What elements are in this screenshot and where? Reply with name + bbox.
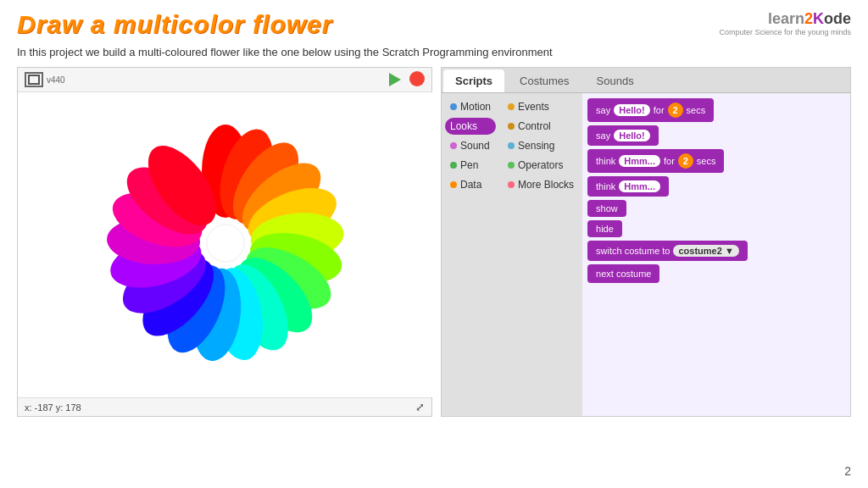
- scratch-stage: v440: [17, 67, 432, 417]
- secs-label2: secs: [697, 156, 716, 166]
- block-say-secs[interactable]: say Hello! for 2 secs: [587, 98, 714, 122]
- say-label2: say: [596, 130, 610, 141]
- operators-dot: [508, 162, 515, 169]
- cat-control[interactable]: Control: [503, 118, 579, 135]
- cat-sound-label: Sound: [460, 140, 490, 152]
- cat-motion-label: Motion: [460, 101, 491, 113]
- panel-body: Motion Looks Sound Pen Data: [442, 93, 850, 416]
- page-number: 2: [844, 464, 851, 478]
- logo-2: 2: [804, 10, 813, 27]
- for-label2: for: [664, 156, 675, 166]
- logo-text: learn2Kode: [719, 10, 851, 28]
- cat-events-label: Events: [518, 101, 549, 113]
- costume2-pill: costume2 ▼: [673, 245, 738, 257]
- toolbar-right: [386, 71, 425, 88]
- cat-sensing-label: Sensing: [518, 140, 554, 152]
- block-next-costume[interactable]: next costume: [587, 264, 659, 283]
- blocks-area: say Hello! for 2 secs say Hello! think H…: [582, 93, 850, 416]
- categories-left: Motion Looks Sound Pen Data: [442, 93, 499, 416]
- motion-dot: [450, 103, 457, 110]
- toolbar-left: v440: [25, 72, 65, 87]
- logo: learn2Kode Computer Science for the youn…: [719, 10, 851, 36]
- cat-operators-label: Operators: [518, 159, 563, 171]
- svg-marker-1: [389, 73, 401, 86]
- cat-events[interactable]: Events: [503, 98, 579, 115]
- num-2-pill2: 2: [678, 153, 693, 169]
- version-label: v440: [47, 75, 65, 85]
- hmm-pill2: Hmm...: [619, 180, 660, 192]
- sensing-dot: [508, 142, 515, 149]
- block-say[interactable]: say Hello!: [587, 125, 659, 146]
- flower-svg: [90, 108, 361, 379]
- logo-ode: ode: [824, 10, 851, 27]
- green-flag-button[interactable]: [386, 71, 404, 88]
- switch-label: switch costume to: [596, 246, 670, 256]
- cat-sensing[interactable]: Sensing: [503, 137, 579, 154]
- say-hello-pill2: Hello!: [614, 130, 650, 141]
- stop-button[interactable]: [409, 71, 425, 86]
- scratch-panel: Scripts Costumes Sounds Motion Looks Sou…: [441, 67, 851, 417]
- block-switch-costume[interactable]: switch costume to costume2 ▼: [587, 241, 748, 261]
- cat-looks-label: Looks: [450, 120, 477, 132]
- events-dot: [508, 103, 515, 110]
- stage-toolbar: v440: [18, 68, 431, 92]
- block-show[interactable]: show: [587, 200, 626, 217]
- tab-costumes[interactable]: Costumes: [508, 69, 581, 92]
- logo-learn: learn: [768, 10, 804, 27]
- svg-rect-0: [29, 75, 39, 84]
- block-think[interactable]: think Hmm...: [587, 176, 669, 197]
- tab-sounds[interactable]: Sounds: [585, 69, 646, 92]
- cat-motion[interactable]: Motion: [445, 98, 496, 115]
- stage-canvas: [18, 92, 433, 397]
- stage-resize: ⤢: [415, 401, 425, 413]
- svg-point-22: [207, 225, 244, 262]
- cat-pen[interactable]: Pen: [445, 157, 496, 174]
- cat-data[interactable]: Data: [445, 176, 496, 193]
- pen-dot: [450, 162, 457, 169]
- control-dot: [508, 123, 515, 130]
- logo-subtitle: Computer Science for the young minds: [719, 28, 851, 36]
- hide-label: hide: [596, 224, 614, 234]
- think-label: think: [596, 156, 615, 166]
- for-label: for: [654, 105, 665, 115]
- cat-operators[interactable]: Operators: [503, 157, 579, 174]
- num-2-pill: 2: [668, 103, 683, 118]
- cat-more-blocks-label: More Blocks: [518, 179, 574, 191]
- cat-pen-label: Pen: [460, 159, 478, 171]
- logo-kode-k: K: [813, 10, 824, 27]
- panel-tabs: Scripts Costumes Sounds: [442, 68, 850, 93]
- block-hide[interactable]: hide: [587, 220, 622, 237]
- cat-more-blocks[interactable]: More Blocks: [503, 176, 579, 193]
- hmm-pill: Hmm...: [619, 155, 660, 167]
- say-label: say: [596, 105, 610, 115]
- think-label2: think: [596, 181, 615, 191]
- stage-coords: x: -187 y: 178: [25, 402, 81, 413]
- say-hello-pill: Hello!: [614, 104, 650, 116]
- tab-scripts[interactable]: Scripts: [443, 69, 504, 92]
- cat-sound[interactable]: Sound: [445, 137, 496, 154]
- stage-status: x: -187 y: 178 ⤢: [18, 397, 431, 416]
- fullscreen-icon: [28, 75, 40, 85]
- flower-container: [90, 108, 361, 382]
- block-think-secs[interactable]: think Hmm... for 2 secs: [587, 149, 724, 173]
- sound-dot: [450, 142, 457, 149]
- categories-right: Events Control Sensing Operators More Bl…: [499, 93, 582, 416]
- header: Draw a multicolor flower learn2Kode Comp…: [0, 0, 868, 39]
- page-title: Draw a multicolor flower: [17, 10, 332, 39]
- main-content: v440: [0, 67, 868, 417]
- subtitle-text: In this project we build a multi-coloure…: [0, 39, 868, 67]
- secs-label: secs: [687, 105, 706, 115]
- data-dot: [450, 181, 457, 188]
- fullscreen-button[interactable]: [25, 72, 43, 87]
- next-costume-label: next costume: [596, 269, 651, 279]
- more-blocks-dot: [508, 181, 515, 188]
- cat-data-label: Data: [460, 179, 481, 191]
- cat-looks[interactable]: Looks: [445, 118, 496, 135]
- show-label: show: [596, 203, 618, 214]
- cat-control-label: Control: [518, 120, 551, 132]
